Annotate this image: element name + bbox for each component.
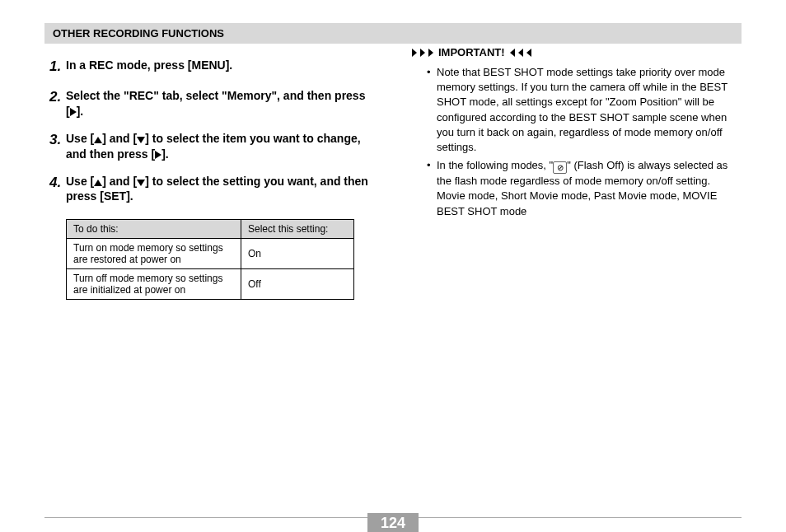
step-text: Select the "REC" tab, select "Memory", a…: [66, 88, 369, 119]
triangle-down-icon: [137, 180, 145, 186]
triangle-down-icon: [137, 137, 145, 143]
step-text: In a REC mode, press [MENU].: [66, 58, 369, 77]
arrow-right-icon: [420, 49, 425, 57]
note-text: Note that BEST SHOT mode settings take p…: [437, 66, 728, 153]
note-text-before: In the following modes, ": [437, 159, 553, 171]
arrow-left-icon: [510, 49, 515, 57]
list-item: Note that BEST SHOT mode settings take p…: [427, 65, 742, 155]
table-row: Turn on mode memory so settings are rest…: [67, 239, 354, 269]
step-number: 3.: [49, 131, 66, 162]
step-3: 3. Use [] and [] to select the item you …: [49, 131, 369, 162]
section-title: OTHER RECORDING FUNCTIONS: [53, 27, 224, 40]
step-4: 4. Use [] and [] to select the setting y…: [49, 174, 369, 205]
table-header: To do this:: [67, 220, 241, 239]
step-text-b: ].: [77, 105, 84, 118]
table-header: Select this setting:: [241, 220, 354, 239]
section-header: OTHER RECORDING FUNCTIONS: [44, 23, 742, 44]
table-cell: Turn off mode memory so settings are ini…: [67, 269, 241, 300]
table-row: Turn off mode memory so settings are ini…: [67, 269, 354, 300]
list-item: In the following modes, "⊘" (Flash Off) …: [427, 158, 742, 219]
arrow-left-icon: [518, 49, 523, 57]
step-text-a: Use [: [66, 132, 94, 145]
step-text-d: ].: [161, 147, 169, 161]
arrow-right-icon: [412, 49, 417, 57]
note-text-extra: Movie mode, Short Movie mode, Past Movie…: [437, 189, 717, 217]
step-number: 4.: [49, 174, 66, 205]
settings-table: To do this: Select this setting: Turn on…: [66, 219, 354, 300]
step-text: Use [] and [] to select the setting you …: [66, 174, 369, 205]
step-text-b: ] and [: [102, 132, 137, 145]
important-label: IMPORTANT!: [437, 46, 507, 58]
step-1: 1. In a REC mode, press [MENU].: [49, 58, 369, 77]
flash-off-icon: ⊘: [553, 161, 567, 174]
important-notes: Note that BEST SHOT mode settings take p…: [427, 65, 742, 219]
step-number: 1.: [49, 58, 66, 77]
step-text-a: Use [: [66, 175, 94, 188]
left-column: 1. In a REC mode, press [MENU]. 2. Selec…: [49, 46, 369, 300]
triangle-up-icon: [94, 137, 102, 143]
triangle-up-icon: [94, 180, 102, 186]
right-column: IMPORTANT! Note that BEST SHOT mode sett…: [412, 46, 742, 222]
step-text-a: Select the "REC" tab, select "Memory", a…: [66, 89, 365, 118]
table-cell: Off: [241, 269, 354, 300]
table-cell: On: [241, 239, 354, 269]
page-footer: 124: [44, 517, 742, 518]
step-2: 2. Select the "REC" tab, select "Memory"…: [49, 88, 369, 119]
arrow-left-icon: [526, 49, 531, 57]
step-number: 2.: [49, 88, 66, 119]
important-heading: IMPORTANT!: [412, 46, 742, 58]
table-header-row: To do this: Select this setting:: [67, 220, 354, 239]
table-cell: Turn on mode memory so settings are rest…: [67, 239, 241, 269]
page-number: 124: [367, 513, 419, 532]
step-text-b: ] and [: [102, 175, 137, 188]
triangle-right-icon: [70, 108, 77, 116]
arrow-right-icon: [428, 49, 433, 57]
triangle-right-icon: [155, 151, 161, 159]
step-text: Use [] and [] to select the item you wan…: [66, 131, 369, 162]
